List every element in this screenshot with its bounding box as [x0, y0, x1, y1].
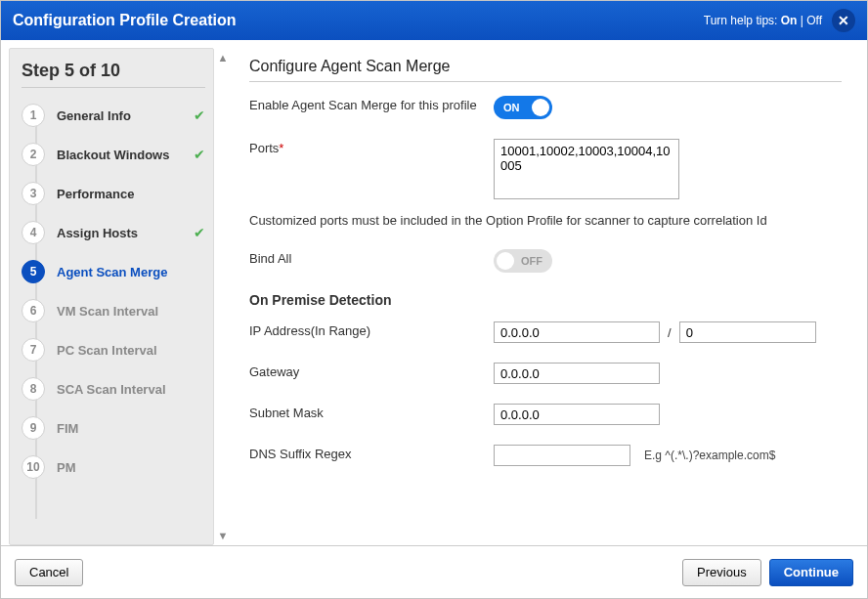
subnet-input[interactable] — [494, 404, 660, 425]
help-tips-label: Turn help tips: — [704, 14, 778, 27]
dialog-footer: Cancel Previous Continue — [1, 545, 867, 598]
enable-merge-row: Enable Agent Scan Merge for this profile… — [249, 96, 842, 119]
toggle-knob-icon — [497, 252, 514, 270]
bind-all-toggle[interactable]: OFF — [494, 249, 552, 273]
wizard-sidebar: Step 5 of 10 1General Info✔2Blackout Win… — [9, 48, 214, 545]
help-tips-off[interactable]: Off — [806, 14, 822, 27]
dns-suffix-hint: E.g ^(.*\.)?example.com$ — [644, 449, 775, 462]
wizard-step-2[interactable]: 2Blackout Windows✔ — [22, 135, 205, 174]
wizard-step-6[interactable]: 6VM Scan Interval — [22, 291, 205, 330]
step-label: Agent Scan Merge — [57, 265, 205, 279]
step-number-badge: 9 — [22, 416, 45, 440]
step-number-badge: 6 — [22, 299, 45, 322]
step-number-badge: 2 — [22, 143, 45, 166]
wizard-step-4[interactable]: 4Assign Hosts✔ — [22, 213, 205, 252]
dialog-body: Step 5 of 10 1General Info✔2Blackout Win… — [1, 40, 867, 545]
continue-button[interactable]: Continue — [769, 559, 853, 586]
step-label: PM — [57, 460, 205, 475]
gateway-label: Gateway — [249, 363, 494, 379]
gateway-input[interactable] — [494, 363, 660, 384]
bind-all-label: Bind All — [249, 249, 494, 266]
footer-right-buttons: Previous Continue — [682, 559, 853, 586]
step-label: VM Scan Interval — [57, 304, 205, 319]
wizard-step-10[interactable]: 10PM — [22, 448, 205, 487]
cancel-button[interactable]: Cancel — [15, 559, 83, 586]
ip-to-input[interactable] — [679, 321, 816, 343]
wizard-step-3[interactable]: 3Performance — [22, 174, 205, 213]
check-icon: ✔ — [194, 147, 205, 162]
ip-range-label: IP Address(In Range) — [249, 321, 494, 338]
ports-label-text: Ports — [249, 141, 279, 155]
dialog-title: Configuration Profile Creation — [13, 12, 704, 29]
step-label: FIM — [57, 421, 205, 436]
step-number-badge: 10 — [22, 455, 45, 479]
toggle-off-text: OFF — [521, 255, 542, 267]
wizard-step-5[interactable]: 5Agent Scan Merge — [22, 252, 205, 291]
dns-suffix-row: DNS Suffix Regex E.g ^(.*\.)?example.com… — [249, 445, 842, 466]
wizard-step-8[interactable]: 8SCA Scan Interval — [22, 369, 205, 408]
scroll-down-icon[interactable]: ▼ — [218, 530, 229, 541]
ports-row: Ports* — [249, 139, 842, 199]
sidebar-separator — [22, 87, 205, 88]
step-label: SCA Scan Interval — [57, 382, 205, 397]
subnet-row: Subnet Mask — [249, 404, 842, 425]
heading-separator — [249, 81, 842, 82]
enable-merge-toggle[interactable]: ON — [494, 96, 552, 119]
check-icon: ✔ — [194, 107, 205, 123]
step-number-badge: 1 — [22, 104, 45, 127]
ip-from-input[interactable] — [494, 321, 660, 343]
close-icon[interactable]: ✕ — [832, 9, 855, 32]
dialog-header: Configuration Profile Creation Turn help… — [1, 1, 867, 40]
required-asterisk: * — [279, 141, 283, 155]
page-heading: Configure Agent Scan Merge — [249, 58, 842, 75]
dns-suffix-label: DNS Suffix Regex — [249, 445, 494, 461]
ip-range-slash: / — [668, 325, 672, 340]
wizard-step-1[interactable]: 1General Info✔ — [22, 96, 205, 135]
dns-suffix-input[interactable] — [494, 445, 630, 466]
step-label: Assign Hosts — [57, 226, 194, 240]
subnet-label: Subnet Mask — [249, 404, 494, 420]
help-tips-on[interactable]: On — [781, 14, 798, 27]
ports-input[interactable] — [494, 139, 679, 199]
toggle-knob-icon — [532, 99, 549, 116]
gateway-row: Gateway — [249, 363, 842, 384]
scroll-up-icon[interactable]: ▲ — [218, 52, 229, 64]
step-number-badge: 7 — [22, 338, 45, 362]
step-number-badge: 4 — [22, 221, 45, 244]
bind-all-row: Bind All OFF — [249, 249, 842, 273]
check-icon: ✔ — [194, 225, 205, 240]
step-number-badge: 8 — [22, 377, 45, 401]
step-label: Performance — [57, 187, 205, 201]
previous-button[interactable]: Previous — [682, 559, 761, 586]
wizard-steps-list: 1General Info✔2Blackout Windows✔3Perform… — [22, 96, 205, 533]
onprem-section-heading: On Premise Detection — [249, 292, 842, 308]
ports-hint: Customized ports must be included in the… — [249, 213, 842, 228]
sidebar-scroll-column: ▲ ▼ — [214, 48, 232, 545]
step-label: Blackout Windows — [57, 148, 194, 162]
toggle-on-text: ON — [503, 102, 520, 113]
step-label: PC Scan Interval — [57, 343, 205, 358]
step-progress-title: Step 5 of 10 — [22, 61, 205, 81]
ports-label: Ports* — [249, 139, 494, 155]
wizard-step-9[interactable]: 9FIM — [22, 408, 205, 448]
main-panel: Configure Agent Scan Merge Enable Agent … — [232, 48, 859, 545]
enable-merge-label: Enable Agent Scan Merge for this profile — [249, 96, 494, 112]
step-number-badge: 3 — [22, 182, 45, 205]
wizard-step-7[interactable]: 7PC Scan Interval — [22, 330, 205, 369]
step-number-badge: 5 — [22, 260, 45, 283]
ip-range-row: IP Address(In Range) / — [249, 321, 842, 343]
help-tips-toggle[interactable]: Turn help tips: On | Off — [704, 14, 822, 27]
step-label: General Info — [57, 108, 194, 123]
